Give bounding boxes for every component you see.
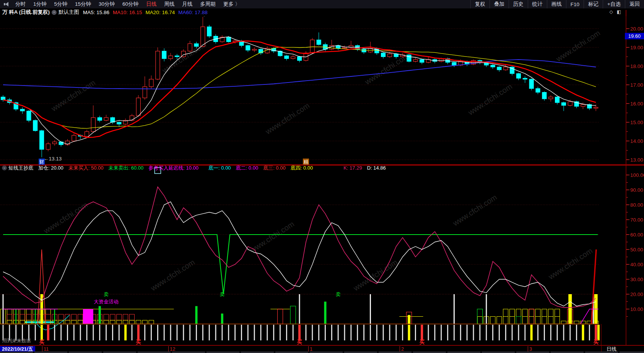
tool-button-统计[interactable]: 统计 bbox=[528, 0, 547, 8]
diamond-icon[interactable]: ◇ bbox=[609, 9, 613, 15]
layout-selector[interactable]: 默认主图 bbox=[59, 9, 79, 16]
period-tab-分时[interactable]: 分时 bbox=[11, 0, 29, 8]
big-money-label: 大资金活动 bbox=[94, 299, 119, 304]
chevron-down-icon[interactable] bbox=[52, 10, 57, 15]
sell-signal-label: 卖 bbox=[336, 291, 341, 297]
svg-text:14.00: 14.00 bbox=[630, 138, 643, 144]
svg-text:20.00: 20.00 bbox=[630, 291, 643, 297]
watermark: www.cfchi.com bbox=[42, 201, 89, 235]
stock-title: 万 科A (日线.前复权) bbox=[2, 9, 50, 16]
tool-button-标记[interactable]: 标记 bbox=[584, 0, 603, 8]
watermark: www.cfchi.com bbox=[248, 220, 296, 254]
buy-signal-label: 买 bbox=[593, 339, 598, 345]
svg-text:10.00: 10.00 bbox=[630, 306, 643, 312]
ma-legend-item: MA20: 16.74 bbox=[146, 10, 175, 15]
tool-button-+自选[interactable]: +自选 bbox=[603, 0, 625, 8]
future-data-note: 用到未来数据 bbox=[2, 338, 31, 343]
ma-legend-item: MA5: 15.86 bbox=[83, 10, 109, 15]
chart-title-bar: 万 科A (日线.前复权) 默认主图 MA5: 15.86MA10: 16.15… bbox=[0, 8, 644, 16]
tool-button-复权[interactable]: 复权 bbox=[470, 0, 490, 8]
indicator-param: K: 17.29 bbox=[343, 165, 362, 171]
svg-text:精: 精 bbox=[304, 159, 309, 165]
date-axis-row: 2022/10/21/五 1112123 日线 bbox=[0, 345, 644, 353]
svg-text:财: 财 bbox=[39, 159, 44, 165]
svg-text:17.00: 17.00 bbox=[630, 82, 643, 88]
tools-menu: 复权叠加历史统计画线F10标记+自选返回 bbox=[470, 0, 644, 8]
svg-text:16.00: 16.00 bbox=[630, 101, 643, 107]
svg-text:19.00: 19.00 bbox=[630, 45, 643, 50]
split-view-icon[interactable]: ◧ bbox=[617, 9, 621, 15]
period-tab-日线[interactable]: 日线 bbox=[142, 0, 160, 8]
svg-text:90.00: 90.00 bbox=[630, 187, 643, 193]
ma-legend-item: MA60: 17.88 bbox=[178, 10, 208, 15]
current-date-box: 2022/10/21/五 bbox=[0, 346, 35, 352]
month-label: 11 bbox=[42, 346, 49, 352]
tool-button-画线[interactable]: 画线 bbox=[547, 0, 566, 8]
indicator-collapse-icon[interactable] bbox=[2, 165, 7, 170]
period-tab-60分钟[interactable]: 60分钟 bbox=[119, 0, 142, 8]
period-tab-更多 〉[interactable]: 更多 〉 bbox=[220, 0, 244, 8]
indicator-param: 底四: 0.00 bbox=[291, 165, 313, 171]
svg-text:60.00: 60.00 bbox=[630, 232, 643, 238]
indicator-canvas[interactable]: www.cfchi.comwww.cfchi.comwww.cfchi.comw… bbox=[0, 165, 644, 345]
sound-icon[interactable] bbox=[3, 2, 9, 6]
tool-button-F10[interactable]: F10 bbox=[566, 0, 584, 8]
period-tab-1分钟[interactable]: 1分钟 bbox=[29, 0, 50, 8]
buy-signal-label: 买 bbox=[420, 339, 425, 345]
watermark: www.cfchi.com bbox=[49, 78, 97, 113]
ma-legend-item: MA10: 16.15 bbox=[113, 10, 142, 15]
svg-text:50.00: 50.00 bbox=[630, 247, 643, 253]
svg-text:20.63: 20.63 bbox=[208, 16, 221, 16]
indicator-param: 底二: 0.00 bbox=[236, 165, 259, 171]
indicator-name[interactable]: 短线王抄底 bbox=[8, 165, 33, 172]
period-tabs: 分时1分钟5分钟15分钟30分钟60分钟日线周线月线多周期更多 〉 bbox=[0, 0, 244, 8]
tool-button-返回[interactable]: 返回 bbox=[625, 0, 644, 8]
buy-signal-label: 买 bbox=[39, 339, 44, 345]
period-tab-5分钟[interactable]: 5分钟 bbox=[50, 0, 72, 8]
svg-text:13.00: 13.00 bbox=[630, 157, 643, 163]
buy-signal-label: 买 bbox=[136, 339, 141, 345]
svg-text:←13.13: ←13.13 bbox=[44, 156, 62, 162]
watermark: www.cfchi.com bbox=[351, 258, 399, 293]
corner-icons: ◇◧ bbox=[609, 9, 621, 15]
watermark: www.cfchi.com bbox=[554, 29, 602, 63]
svg-text:70.00: 70.00 bbox=[630, 217, 643, 223]
axis-divider bbox=[626, 10, 626, 16]
svg-text:19.60: 19.60 bbox=[628, 33, 641, 39]
sell-signal-label: 卖 bbox=[220, 291, 224, 297]
period-tab-多周期[interactable]: 多周期 bbox=[196, 0, 220, 8]
indicator-param: 底一: 0.00 bbox=[208, 165, 231, 171]
period-label: 日线 bbox=[607, 346, 616, 352]
main-chart-canvas[interactable]: www.cfchi.comwww.cfchi.comwww.cfchi.comw… bbox=[0, 16, 644, 165]
watermark: www.cfchi.com bbox=[466, 82, 514, 117]
navigator-strip[interactable] bbox=[0, 351, 644, 353]
month-label: 2 bbox=[400, 346, 404, 352]
svg-text:100.00: 100.00 bbox=[630, 172, 644, 178]
indicator-param: D: 14.86 bbox=[367, 165, 386, 171]
indicator-param: 未来买入: 50.00 bbox=[68, 165, 104, 171]
indicator-param: 未来卖出: 60.00 bbox=[109, 165, 144, 171]
indicator-header: 短线王抄底 加仓: 20.00未来买入: 50.00未来卖出: 60.00参考买… bbox=[0, 165, 644, 171]
ma-legend: MA5: 15.86MA10: 16.15MA20: 16.74MA60: 17… bbox=[83, 10, 211, 15]
buy-signal-label: 买 bbox=[297, 339, 302, 345]
watermark: www.cfchi.com bbox=[263, 101, 311, 136]
period-tab-15分钟[interactable]: 15分钟 bbox=[71, 0, 95, 8]
indicator-params: 加仓: 20.00未来买入: 50.00未来卖出: 60.00参考买入延迟线: … bbox=[33, 165, 386, 172]
svg-text:80.00: 80.00 bbox=[630, 202, 643, 208]
tool-button-历史[interactable]: 历史 bbox=[509, 0, 528, 8]
month-label: 12 bbox=[168, 346, 175, 352]
period-tab-周线[interactable]: 周线 bbox=[160, 0, 178, 8]
period-tab-月线[interactable]: 月线 bbox=[178, 0, 196, 8]
indicator-param: 底三: 0.00 bbox=[263, 165, 286, 171]
tool-button-叠加[interactable]: 叠加 bbox=[490, 0, 509, 8]
watermark: www.cfchi.com bbox=[546, 246, 594, 281]
svg-text:18.00: 18.00 bbox=[630, 63, 643, 69]
period-tab-30分钟[interactable]: 30分钟 bbox=[95, 0, 119, 8]
svg-text:20.00: 20.00 bbox=[630, 26, 643, 32]
svg-text:15.00: 15.00 bbox=[630, 120, 643, 125]
indicator-param: 加仓: 20.00 bbox=[38, 165, 63, 171]
month-label: 1 bbox=[308, 346, 312, 352]
month-label: 3 bbox=[528, 346, 532, 352]
trading-app-window: 分时1分钟5分钟15分钟30分钟60分钟日线周线月线多周期更多 〉 复权叠加历史… bbox=[0, 0, 644, 353]
indicator-param: 参考买入延迟线: 10.00 bbox=[148, 165, 198, 171]
